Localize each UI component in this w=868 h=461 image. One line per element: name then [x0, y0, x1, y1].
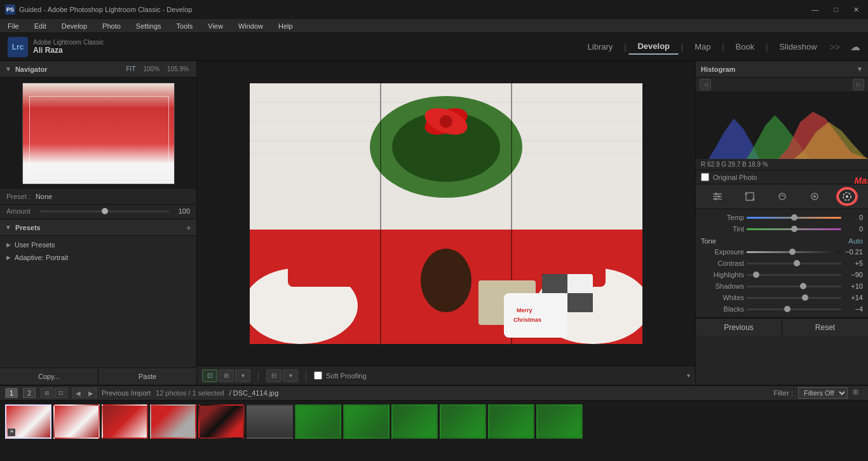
zoom-ratio-button[interactable]: 105.9% — [165, 65, 191, 73]
film-thumb-8[interactable] — [343, 404, 390, 439]
temp-slider[interactable] — [747, 217, 841, 219]
menu-file[interactable]: File — [5, 21, 22, 31]
navigator-header[interactable]: ▼ Navigator FIT 100% 105.9% — [0, 61, 196, 78]
basic-adjustments-button[interactable] — [708, 188, 727, 205]
amount-thumb[interactable] — [102, 208, 108, 214]
film-thumb-5[interactable] — [198, 404, 245, 439]
shadows-thumb[interactable] — [800, 283, 806, 289]
single-view-filmstrip-btn[interactable]: ⊡ — [55, 388, 67, 398]
histogram-highlight-clip-button[interactable]: ▷ — [853, 79, 864, 90]
main-photo[interactable]: Merry Christmas — [250, 83, 642, 344]
tint-slider[interactable] — [747, 228, 841, 230]
menu-photo[interactable]: Photo — [100, 21, 123, 31]
svg-point-27 — [715, 193, 717, 195]
next-arrow-button[interactable]: ▶ — [85, 388, 97, 398]
module-develop[interactable]: Develop — [628, 39, 679, 55]
highlights-slider[interactable] — [747, 274, 841, 276]
whites-thumb[interactable] — [802, 294, 808, 301]
tint-thumb[interactable] — [791, 226, 797, 232]
menu-window[interactable]: Window — [236, 21, 266, 31]
menu-tools[interactable]: Tools — [174, 21, 196, 31]
copy-button[interactable]: Copy... — [0, 368, 98, 385]
toolbar-options-dropdown[interactable]: ▾ — [687, 372, 690, 379]
menu-edit[interactable]: Edit — [32, 21, 49, 31]
previous-button[interactable]: Previous — [696, 318, 782, 336]
filter-dropdown[interactable]: Filters Off — [798, 387, 848, 399]
menu-settings[interactable]: Settings — [133, 21, 164, 31]
contrast-thumb[interactable] — [794, 260, 800, 266]
film-thumb-6[interactable] — [247, 404, 293, 439]
module-map[interactable]: Map — [686, 39, 719, 54]
amount-label: Amount — [6, 207, 35, 215]
navigator-title: Navigator — [15, 65, 120, 73]
topnav: Lrc Adobe Lightroom Classic Ali Raza Lib… — [0, 33, 868, 61]
soft-proofing-label[interactable]: Soft Proofing — [326, 372, 367, 380]
fit-zoom-button[interactable]: FIT — [124, 65, 139, 73]
film-thumb-1[interactable]: ⚑ — [5, 404, 51, 439]
blacks-slider[interactable] — [747, 308, 841, 310]
module-slideshow[interactable]: Slideshow — [770, 39, 825, 54]
module-more[interactable]: >> — [830, 42, 840, 52]
menubar: File Edit Develop Photo Settings Tools V… — [0, 19, 868, 33]
whites-slider[interactable] — [747, 297, 841, 299]
auto-button[interactable]: Auto — [848, 237, 863, 245]
reset-button[interactable]: Reset — [782, 318, 868, 336]
exposure-row: Exposure −0.21 — [696, 246, 868, 258]
grid-view-button[interactable]: ⊟ — [266, 369, 281, 382]
contrast-slider[interactable] — [747, 263, 841, 265]
menu-view[interactable]: View — [205, 21, 226, 31]
page-2-button[interactable]: 2 — [23, 388, 36, 398]
tone-label: Tone — [701, 237, 716, 245]
preset-group-adaptive-header[interactable]: ▶ Adaptive: Portrait — [0, 251, 196, 264]
histogram-shadow-clip-button[interactable]: ◁ — [700, 79, 711, 90]
module-book[interactable]: Book — [727, 39, 764, 54]
blacks-thumb[interactable] — [784, 306, 790, 312]
highlights-thumb[interactable] — [753, 272, 759, 278]
filter-button[interactable] — [805, 188, 824, 205]
masking-button[interactable]: Masking — [837, 188, 857, 205]
filmstrip-grid-icon[interactable]: ⊞ — [853, 388, 863, 398]
soft-proofing-checkbox[interactable] — [314, 371, 322, 380]
shadows-slider[interactable] — [747, 286, 841, 287]
minimize-button[interactable]: — — [808, 4, 822, 15]
original-photo-checkbox[interactable] — [701, 173, 709, 181]
close-button[interactable]: ✕ — [850, 4, 863, 15]
grid-dropdown-btn[interactable]: ▾ — [283, 369, 298, 382]
film-thumb-4[interactable] — [150, 404, 196, 439]
loupe-view-button[interactable]: ⊡ — [202, 369, 217, 382]
temp-thumb[interactable] — [791, 214, 797, 221]
preset-group-user-header[interactable]: ▶ User Presets — [0, 238, 196, 251]
page-1-button[interactable]: 1 — [5, 388, 18, 398]
before-after-button[interactable]: ⊞ — [219, 369, 234, 382]
histogram-header[interactable]: Histogram ▼ — [696, 61, 868, 78]
preset-value: None — [36, 193, 52, 200]
prev-arrow-button[interactable]: ◀ — [72, 388, 84, 398]
nav-zoom-box[interactable] — [29, 96, 169, 179]
film-thumb-10[interactable] — [440, 404, 486, 439]
grid-view-filmstrip-btn[interactable]: ⊞ — [41, 388, 53, 398]
module-library[interactable]: Library — [579, 39, 622, 54]
presets-title: Presets — [15, 224, 182, 231]
film-thumb-2[interactable] — [53, 404, 100, 439]
menu-help[interactable]: Help — [276, 21, 295, 31]
exposure-thumb[interactable] — [789, 249, 796, 255]
presets-header[interactable]: ▼ Presets + — [0, 219, 196, 236]
film-thumb-3[interactable] — [102, 404, 148, 439]
zoom-100-button[interactable]: 100% — [141, 65, 163, 73]
maximize-button[interactable]: □ — [830, 4, 842, 15]
crop-button[interactable] — [740, 188, 759, 205]
film-thumb-9[interactable] — [391, 404, 438, 439]
film-thumb-12[interactable] — [536, 404, 583, 439]
film-thumb-7[interactable] — [295, 404, 341, 439]
titlebar-left: PS Guided - Adobe Photoshop Lightroom Cl… — [5, 4, 193, 15]
original-photo-label[interactable]: Original Photo — [713, 174, 757, 181]
cloud-icon: ☁ — [850, 41, 860, 53]
amount-slider[interactable] — [40, 210, 169, 212]
add-preset-button[interactable]: + — [186, 223, 191, 233]
before-after-dropdown-btn[interactable]: ▾ — [235, 369, 250, 382]
menu-develop[interactable]: Develop — [59, 21, 90, 31]
paste-button[interactable]: Paste — [98, 368, 196, 385]
film-thumb-11[interactable] — [488, 404, 534, 439]
heal-button[interactable] — [773, 188, 792, 205]
exposure-slider[interactable] — [747, 251, 841, 253]
